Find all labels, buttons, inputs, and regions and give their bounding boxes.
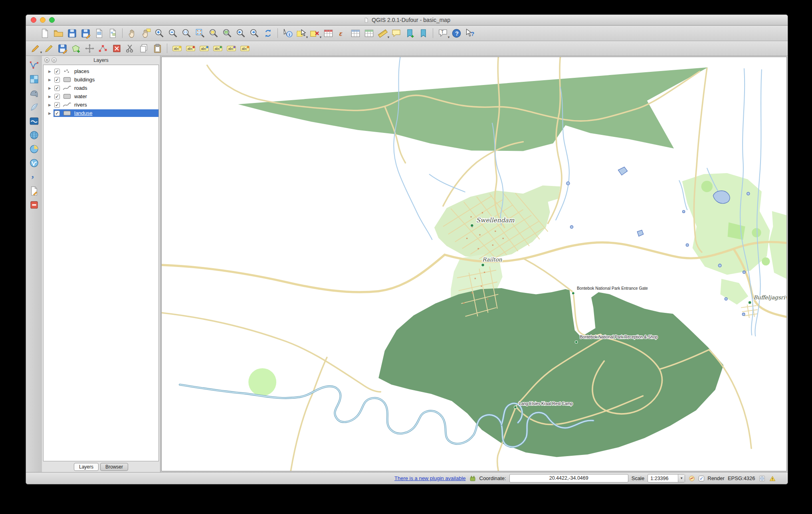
label-move-button[interactable]: abc [211, 42, 224, 55]
add-postgis-layer-button[interactable] [28, 87, 40, 99]
toggle-editing-button[interactable] [42, 42, 55, 55]
zoom-out-button[interactable] [166, 27, 180, 40]
add-spatialite-layer-button[interactable] [28, 101, 40, 113]
label-pin-button[interactable]: abc [184, 42, 197, 55]
pan-map-button[interactable] [125, 27, 139, 40]
identify-features-button[interactable]: i [281, 27, 294, 40]
map-canvas[interactable]: Swellendam Railton Bontebok National Par… [162, 57, 786, 471]
expand-arrow-icon[interactable]: ▶ [48, 78, 53, 82]
layer-item-rivers[interactable]: ▶✓rivers [44, 101, 158, 109]
combo-arrow-icon[interactable]: ▼ [678, 474, 685, 482]
zoom-to-selection-button[interactable] [207, 27, 220, 40]
save-layer-edits-button[interactable] [55, 42, 69, 55]
zoom-window-button[interactable] [49, 17, 55, 23]
panel-tab-layers[interactable]: Layers [74, 463, 99, 471]
add-wms-layer-button[interactable] [28, 129, 40, 141]
paste-features-button[interactable] [151, 42, 164, 55]
layer-visibility-checkbox[interactable]: ✓ [54, 85, 60, 91]
layer-row-body[interactable]: ✓roads [53, 84, 158, 92]
messages-icon[interactable] [769, 475, 776, 482]
attribute-actions-button[interactable] [362, 27, 376, 40]
new-shapefile-layer-button[interactable] [28, 185, 40, 197]
move-feature-button[interactable] [83, 42, 96, 55]
panel-float-icon[interactable]: ○ [51, 57, 57, 63]
layer-visibility-checkbox[interactable]: ✓ [54, 111, 60, 116]
copy-features-button[interactable] [137, 42, 151, 55]
layer-item-buildings[interactable]: ▶✓buildings [44, 75, 158, 84]
layer-row-body[interactable]: ✓water [53, 93, 158, 100]
cut-features-button[interactable] [123, 42, 137, 55]
text-annotation-button[interactable]: T▼ [436, 27, 450, 40]
new-project-button[interactable] [38, 27, 51, 40]
layer-row-body[interactable]: ✓landuse [53, 109, 158, 117]
refresh-map-button[interactable] [261, 27, 275, 40]
render-checkbox[interactable]: ✓ [699, 476, 704, 481]
add-vector-layer-button[interactable] [28, 59, 40, 71]
zoom-to-layer-button[interactable] [220, 27, 234, 40]
save-project-button[interactable] [65, 27, 79, 40]
map-tips-button[interactable] [389, 27, 403, 40]
help-button[interactable]: ? [450, 27, 463, 40]
measure-button[interactable]: ▼ [376, 27, 389, 40]
stop-render-icon[interactable] [688, 475, 695, 482]
plugin-icon[interactable] [469, 475, 476, 482]
scale-combo[interactable]: 1:23396 ▼ [648, 474, 685, 482]
panel-tab-browser[interactable]: Browser [100, 463, 128, 471]
add-wcs-layer-button[interactable] [28, 143, 40, 155]
whats-this-button[interactable]: ? [463, 27, 477, 40]
new-bookmark-button[interactable] [403, 27, 416, 40]
layer-row-body[interactable]: ✓buildings [53, 76, 158, 83]
current-edits-button[interactable]: ▼ [28, 42, 42, 55]
pan-to-selection-button[interactable] [139, 27, 152, 40]
layer-row-body[interactable]: ✓places [53, 67, 158, 75]
add-mssql-layer-button[interactable] [28, 115, 40, 127]
layer-item-places[interactable]: ▶✓places [44, 67, 158, 75]
zoom-full-button[interactable] [193, 27, 207, 40]
coordinate-input[interactable]: 20.4422,-34.0469 [509, 474, 628, 482]
deselect-features-button[interactable]: ▼ [308, 27, 321, 40]
label-properties-button[interactable]: abc [238, 42, 252, 55]
plugin-available-link[interactable]: There is a new plugin available [394, 475, 466, 481]
save-project-as-button[interactable] [79, 27, 92, 40]
show-bookmarks-button[interactable] [416, 27, 430, 40]
select-features-button[interactable]: ▼ [294, 27, 308, 40]
node-tool-button[interactable] [96, 42, 110, 55]
expand-arrow-icon[interactable]: ▶ [48, 95, 53, 99]
layer-visibility-checkbox[interactable]: ✓ [54, 69, 60, 74]
remove-layer-button[interactable] [28, 199, 40, 211]
layer-item-landuse[interactable]: ▶✓landuse [44, 109, 158, 117]
field-calculator-button[interactable]: ε [335, 27, 349, 40]
open-attribute-table-button[interactable] [321, 27, 335, 40]
titlebar[interactable]: QGIS 2.0.1-Dufour - basic_map [26, 15, 788, 26]
new-print-composer-button[interactable] [92, 27, 106, 40]
layer-visibility-checkbox[interactable]: ✓ [54, 94, 60, 99]
add-wfs-layer-button[interactable] [28, 157, 40, 169]
zoom-last-button[interactable] [234, 27, 248, 40]
composer-manager-button[interactable] [106, 27, 119, 40]
open-project-button[interactable] [51, 27, 65, 40]
delete-selected-button[interactable] [110, 42, 123, 55]
crs-status-icon[interactable] [759, 475, 766, 482]
layer-row-body[interactable]: ✓rivers [53, 101, 158, 109]
add-feature-button[interactable] [69, 42, 83, 55]
expand-arrow-icon[interactable]: ▶ [48, 69, 53, 73]
expand-arrow-icon[interactable]: ▶ [48, 111, 53, 115]
layer-visibility-checkbox[interactable]: ✓ [54, 77, 60, 83]
label-show-hide-button[interactable]: abc [197, 42, 211, 55]
labeling-button[interactable]: abc [170, 42, 184, 55]
attribute-table-button[interactable] [349, 27, 362, 40]
expand-arrow-icon[interactable]: ▶ [48, 103, 53, 107]
panel-close-icon[interactable]: × [44, 57, 50, 63]
close-button[interactable] [31, 17, 36, 23]
minimize-button[interactable] [40, 17, 46, 23]
add-sqlanywhere-layer-button[interactable]: , [28, 171, 40, 183]
zoom-native-resolution-button[interactable]: 1:1 [180, 27, 193, 40]
zoom-next-button[interactable] [248, 27, 261, 40]
add-raster-layer-button[interactable] [28, 73, 40, 85]
layer-visibility-checkbox[interactable]: ✓ [54, 102, 60, 108]
layer-item-water[interactable]: ▶✓water [44, 92, 158, 101]
zoom-in-button[interactable] [152, 27, 166, 40]
label-rotate-button[interactable]: abc [224, 42, 238, 55]
layer-item-roads[interactable]: ▶✓roads [44, 84, 158, 92]
expand-arrow-icon[interactable]: ▶ [48, 86, 53, 90]
